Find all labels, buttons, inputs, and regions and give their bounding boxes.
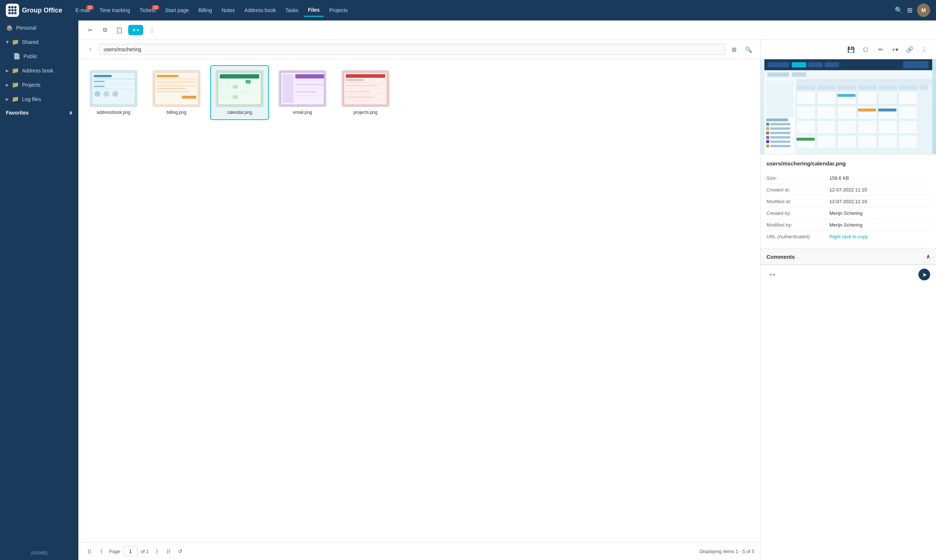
svg-rect-29 [220, 85, 225, 89]
svg-rect-90 [837, 86, 857, 90]
storage-label: (405MB) [6, 551, 72, 555]
detail-toolbar: 💾 ⬡ ✏ +▾ 🔗 ⋮ [760, 40, 936, 59]
copy-button[interactable]: ⧉ [99, 24, 111, 36]
svg-rect-101 [899, 91, 918, 105]
more-button[interactable]: ⋮ [146, 24, 158, 36]
comments-collapse-icon[interactable]: ∧ [926, 253, 930, 260]
svg-rect-94 [919, 86, 928, 90]
tickets-badge: 10 [152, 5, 159, 10]
detail-save-button[interactable]: 💾 [845, 43, 857, 55]
sidebar-label-public: Public [23, 54, 37, 59]
nav-billing[interactable]: Billing [194, 5, 216, 16]
sidebar-item-addressbook[interactable]: ▸ 📁 Address book [0, 63, 79, 78]
logo-icon [6, 4, 19, 17]
cut-button[interactable]: ✂ [84, 24, 96, 36]
svg-rect-55 [346, 82, 385, 83]
svg-rect-84 [770, 140, 790, 143]
detail-edit-button[interactable]: ✏ [874, 43, 886, 55]
grid-menu-icon[interactable]: ⊞ [907, 6, 913, 14]
sidebar-item-logfiles[interactable]: ▸ 📁 Log files [0, 92, 79, 106]
svg-rect-100 [878, 91, 897, 105]
preview-image [760, 59, 936, 154]
nav-startpage[interactable]: Start page [161, 5, 193, 16]
sidebar-item-public[interactable]: 📄 Public [0, 49, 79, 63]
search-button[interactable]: 🔍 [743, 43, 754, 55]
detail-link-button[interactable]: 🔗 [904, 43, 916, 55]
svg-rect-3 [94, 79, 133, 79]
nav-tickets[interactable]: Tickets 10 [135, 5, 160, 16]
url-value[interactable]: Right click to copy [830, 234, 930, 239]
detail-share-button[interactable]: ⬡ [860, 43, 871, 55]
file-item-email[interactable]: email.png [273, 65, 332, 120]
favorites-collapse-icon[interactable]: ∧ [69, 110, 72, 115]
files-grid: addressbook.png [84, 65, 754, 120]
url-label: URL (Authenticated): [766, 234, 825, 239]
paste-button[interactable]: 📋 [114, 24, 125, 36]
svg-rect-57 [346, 88, 385, 89]
prev-page-button[interactable]: ⟨ [96, 546, 106, 556]
svg-rect-117 [796, 138, 815, 140]
svg-rect-2 [94, 75, 112, 77]
nav-projects[interactable]: Projects [325, 5, 352, 16]
file-item-addressbook[interactable]: addressbook.png [84, 65, 143, 120]
file-item-projects[interactable]: projects.png [336, 65, 395, 120]
comment-send-button[interactable]: ➤ [918, 269, 930, 280]
detail-add-button[interactable]: +▾ [889, 43, 901, 55]
add-button[interactable]: + ▾ [128, 25, 143, 35]
folder-icon-3: 📁 [12, 81, 19, 88]
sidebar: 🏠 Personal ▾ 📁 Shared 📄 Public ▸ 📁 Addre… [0, 20, 79, 560]
svg-rect-88 [796, 86, 816, 90]
sidebar-item-projects[interactable]: ▸ 📁 Projects [0, 78, 79, 92]
svg-rect-46 [295, 80, 324, 82]
created-by-label: Created by: [766, 211, 825, 216]
path-bar: ↑ ⊞ 🔍 [79, 40, 760, 59]
sidebar-label-logfiles: Log files [22, 96, 41, 102]
created-at-label: Created at: [766, 187, 825, 192]
svg-rect-17 [157, 88, 185, 89]
grid-view-button[interactable]: ⊞ [728, 43, 740, 55]
svg-rect-70 [767, 72, 789, 77]
path-input[interactable] [99, 44, 725, 55]
file-item-billing[interactable]: billing.png [147, 65, 206, 120]
detail-more-button[interactable]: ⋮ [918, 43, 930, 55]
detail-row-created: Created at: 12-07-2022 11:10 [766, 184, 930, 196]
refresh-button[interactable]: ↺ [175, 546, 185, 556]
navigate-up-button[interactable]: ↑ [84, 43, 96, 55]
nav-files[interactable]: Files [304, 4, 324, 17]
nav-notes[interactable]: Notes [217, 5, 239, 16]
svg-rect-50 [295, 94, 324, 97]
file-name-calendar: calendar.png [227, 110, 252, 115]
svg-rect-19 [182, 96, 196, 99]
nav-tasks[interactable]: Tasks [281, 5, 303, 16]
svg-rect-78 [770, 128, 790, 129]
file-item-calendar[interactable]: calendar.png [210, 65, 269, 120]
svg-rect-97 [837, 91, 857, 105]
svg-rect-107 [878, 106, 897, 119]
nav-addressbook[interactable]: Address book [240, 5, 281, 16]
next-page-button[interactable]: ⟩ [152, 546, 162, 556]
svg-rect-60 [346, 97, 374, 98]
logo[interactable]: Group Office [6, 4, 62, 17]
files-panel: ↑ ⊞ 🔍 [79, 40, 760, 560]
comment-add-button[interactable]: + ▾ [766, 269, 778, 280]
last-page-button[interactable]: ⟩⟩ [163, 546, 174, 556]
user-avatar[interactable]: M [917, 4, 930, 17]
first-page-button[interactable]: ⟨⟨ [84, 546, 94, 556]
detail-row-size: Size: 158.6 KB [766, 172, 930, 184]
nav-email[interactable]: E-mail 18 [71, 5, 94, 16]
svg-rect-93 [899, 86, 918, 90]
svg-rect-65 [792, 62, 806, 67]
svg-rect-95 [796, 91, 816, 105]
sidebar-item-shared[interactable]: ▾ 📁 Shared [0, 35, 79, 49]
page-number-input[interactable] [123, 546, 138, 556]
svg-rect-81 [766, 136, 769, 139]
favorites-label: Favorites [6, 110, 29, 115]
sidebar-item-personal[interactable]: 🏠 Personal [0, 20, 79, 35]
chevron-right-icon: ▸ [6, 67, 9, 74]
nav-timetracking[interactable]: Time tracking [95, 5, 135, 16]
search-icon[interactable]: 🔍 [894, 6, 903, 14]
add-icon: + [133, 27, 136, 33]
sidebar-label-personal: Personal [16, 25, 36, 31]
svg-rect-24 [226, 80, 231, 83]
detail-info: users/mschering/calendar.png Size: 158.6… [760, 154, 936, 249]
